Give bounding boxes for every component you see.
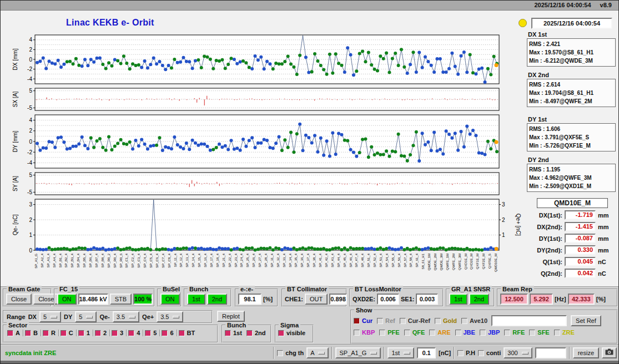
range-qe-minus-select[interactable]: 3.5 [113, 311, 139, 322]
checkbox-4[interactable]: 4 [127, 330, 144, 336]
svg-text:SX [A]: SX [A] [12, 92, 18, 108]
checkbox-visible[interactable]: visible [278, 330, 305, 336]
range-dy-select[interactable]: 5 [75, 311, 97, 322]
bunch-1st-button[interactable]: 1st [187, 294, 205, 305]
stat-rms: RMS : 2.421 [529, 40, 613, 48]
svg-text:-5: -5 [27, 189, 32, 195]
screenshot-button[interactable] [602, 347, 617, 358]
chg-th-checkbox[interactable]: chg th [277, 350, 304, 356]
checkbox-sfe[interactable]: SFE [529, 329, 549, 336]
busel-on-button[interactable]: ON [160, 294, 180, 305]
checkbox-2nd[interactable]: 2nd [246, 330, 266, 336]
svg-text:SP_32_4: SP_32_4 [276, 253, 280, 267]
status-bar: syncdata init ZRE chg th A SP_A1_G 1st 0… [1, 344, 618, 361]
beam-rep-pct-unit: [%] [596, 296, 606, 302]
fc15-stb-button[interactable]: STB [110, 294, 132, 305]
stats-group-title: DY 1st [528, 116, 616, 123]
checkbox-b[interactable]: B [24, 330, 42, 336]
che1-out-button[interactable]: OUT [305, 294, 328, 305]
monitor-row-unit: mm [598, 212, 609, 219]
group-label: FC_15 [58, 286, 79, 292]
monitor-title[interactable]: QMD10E_M [537, 198, 608, 208]
bunch-select[interactable]: 1st [387, 347, 414, 358]
svg-text:SP_B1_4: SP_B1_4 [59, 253, 62, 267]
svg-text:0: 0 [29, 139, 32, 145]
checkbox-qfe[interactable]: QFE [404, 329, 425, 336]
checkbox-label: B [33, 330, 38, 336]
checkbox-5[interactable]: 5 [144, 330, 160, 336]
chg-th-sector-select[interactable]: A [306, 347, 329, 358]
svg-text:SP_17_4: SP_17_4 [210, 253, 213, 267]
checkbox-indicator-icon [179, 330, 185, 336]
checkbox-jbe[interactable]: JBE [455, 329, 475, 336]
fc15-on-button[interactable]: ON [57, 294, 77, 305]
gr-snsr-group: GR_A1 SNSR 1st 2nd [446, 289, 495, 307]
checkbox-label: JBE [464, 329, 475, 336]
bunch-2nd-button[interactable]: 2nd [207, 294, 227, 305]
svg-text:SP_31_4: SP_31_4 [270, 253, 274, 267]
svg-text:SP_12_4: SP_12_4 [179, 253, 183, 267]
status-input[interactable] [535, 347, 566, 358]
checkbox-indicator-icon [478, 350, 484, 356]
checkbox-indicator-icon [61, 330, 67, 336]
bpm-select[interactable]: SP_A1_G [335, 347, 381, 358]
checkbox-rfe[interactable]: RFE [504, 329, 525, 336]
window-bottom-strip [1, 361, 618, 364]
checkbox-are[interactable]: ARE [429, 329, 450, 336]
stat-min: Min : -2.509@QXD1E_M [529, 182, 613, 190]
stats-group-dx2: DX 2nd RMS : 2.614 Max : 19.704@S8_61_H1… [527, 72, 616, 107]
gr-snsr-2nd-button[interactable]: 2nd [469, 294, 489, 305]
conti-checkbox[interactable]: conti [478, 350, 501, 356]
threshold-unit: [nC] [439, 350, 451, 356]
checkbox-kbp[interactable]: KBP [354, 329, 375, 336]
checkbox-bt[interactable]: BT [178, 330, 198, 336]
replot-button[interactable]: Replot [217, 311, 245, 322]
group-label: BuSel [161, 286, 182, 292]
checkbox-pfe[interactable]: PFE [379, 329, 399, 336]
svg-text:Qe+ [nC]: Qe+ [nC] [515, 214, 521, 236]
checkbox-1st[interactable]: 1st [225, 330, 242, 336]
checkbox-indicator-icon [435, 318, 441, 324]
checkbox-1[interactable]: 1 [77, 330, 94, 336]
checkbox-r[interactable]: R [42, 330, 59, 336]
svg-text:SP_13_4: SP_13_4 [185, 253, 189, 267]
monitor-row: Q(1st): 0.045 nC [528, 257, 617, 266]
stats-group-title: DY 2nd [528, 156, 616, 163]
svg-text:SP_R0_6: SP_R0_6 [119, 253, 123, 267]
svg-text:SP_16_4: SP_16_4 [204, 253, 207, 267]
show-row2-checks: KBPPFEQFEAREJBEJBPRFESFEZRE [354, 329, 575, 336]
range-dx-select[interactable]: 5 [39, 311, 61, 322]
checkbox-indicator-icon [25, 330, 31, 336]
checkbox-indicator-icon [145, 330, 151, 336]
checkbox-label: ZRE [562, 329, 575, 336]
ph-checkbox[interactable]: P.H [457, 350, 475, 356]
checkbox-cur[interactable]: Cur [354, 317, 373, 324]
checkbox-2[interactable]: 2 [94, 330, 110, 336]
interval-select[interactable]: 300 [504, 347, 532, 358]
range-qe-plus-select[interactable]: 3.5 [157, 311, 183, 322]
checkbox-a[interactable]: A [6, 330, 24, 336]
checkbox-label: SFE [537, 329, 549, 336]
checkbox-cur-ref[interactable]: Cur-Ref [400, 317, 430, 324]
checkbox-label: A [16, 330, 20, 336]
gr-snsr-1st-button[interactable]: 1st [449, 294, 467, 305]
checkbox-label: chg th [285, 350, 304, 356]
checkbox-6[interactable]: 6 [160, 330, 177, 336]
checkbox-c[interactable]: C [59, 330, 77, 336]
checkbox-zre[interactable]: ZRE [554, 329, 575, 336]
svg-text:SP_54_4: SP_54_4 [385, 253, 389, 267]
checkbox-jbp[interactable]: JBP [480, 329, 500, 336]
stat-max: Max : 3.791@QXF5E_S [529, 133, 613, 141]
resize-button[interactable]: resize [573, 347, 599, 358]
set-ref-button[interactable]: Set Ref [571, 315, 601, 326]
threshold-value: 0.1 [417, 347, 436, 358]
sector-group: Sector ABRC123456BT [3, 325, 218, 343]
beam-gate-close-1-button[interactable]: Close [6, 294, 32, 305]
checkbox-ref[interactable]: Ref [377, 317, 395, 324]
checkbox-3[interactable]: 3 [110, 330, 127, 336]
checkbox-indicator-icon [504, 330, 510, 336]
checkbox-gold[interactable]: Gold [435, 317, 457, 324]
stat-max: Max : 4.962@QWFE_3M [529, 174, 613, 182]
checkbox-ave10[interactable]: Ave10 [461, 317, 487, 324]
ref-name-input[interactable] [491, 315, 567, 326]
